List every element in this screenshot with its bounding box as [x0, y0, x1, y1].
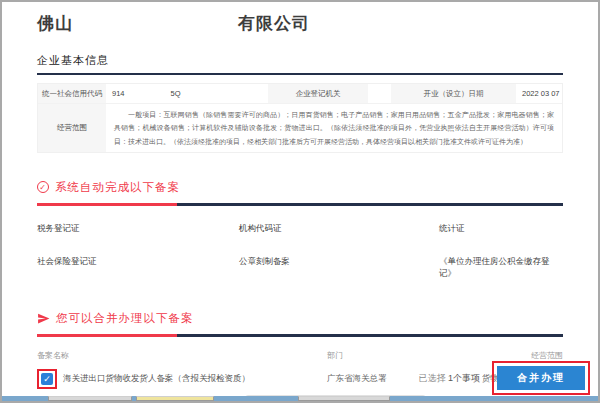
section-divider: [37, 73, 563, 75]
annotation-highlight-checkbox: [37, 369, 57, 389]
list-item: 《单位办理住房公积金缴存登记》: [439, 256, 563, 280]
registry-value: [368, 84, 391, 103]
auto-filings-title: 系统自动完成以下备案: [55, 180, 180, 195]
scrollbar-thumb[interactable]: [298, 396, 390, 401]
table-row: 经营范围 一般项目：互联网销售（除销售需要许可的商品）；日用百货销售；电子产品销…: [38, 104, 562, 152]
list-item: 机构代码证: [239, 223, 439, 235]
basic-info-section-title: 企业基本信息: [37, 53, 563, 68]
footer-bar: 已选择 1个事项 合并办理: [418, 361, 590, 395]
selected-count-text: 已选择 1个事项: [418, 372, 480, 385]
page-title: 佛山有限公司: [37, 12, 563, 36]
filing-name: 海关进出口货物收发货人备案（含报关报检资质）: [63, 373, 250, 385]
credit-code-value: 9145Q: [106, 84, 268, 103]
send-icon: [37, 312, 50, 325]
section-divider: [37, 203, 563, 206]
company-name-prefix: 佛山: [37, 14, 73, 33]
merge-filings-section-header: 您可以合并办理以下备案: [37, 311, 563, 326]
app-window: 佛山有限公司 企业基本信息 统一社会信用代码 9145Q 企业登记机关 开业（设…: [0, 0, 600, 403]
scrollbar-segment-highlight[interactable]: [136, 396, 214, 401]
scrollbar-thumb[interactable]: [48, 396, 132, 401]
credit-code-label: 统一社会信用代码: [38, 84, 106, 103]
list-item: 社会保险登记证: [37, 256, 239, 280]
company-name-suffix: 有限公司: [238, 14, 310, 33]
horizontal-scrollbar[interactable]: [2, 396, 598, 401]
auto-filings-list: 税务登记证 机构代码证 统计证 社会保险登记证 公章刻制备案 《单位办理住房公积…: [37, 223, 563, 280]
filing-name-cell: 海关进出口货物收发货人备案（含报关报检资质）: [37, 369, 327, 389]
column-header-name: 备案名称: [37, 350, 327, 361]
annotation-highlight-button: 合并办理: [492, 361, 590, 395]
column-header-scope: 经营范围: [482, 350, 563, 361]
merge-process-button[interactable]: 合并办理: [497, 366, 585, 390]
open-date-label: 开业（设立）日期: [391, 84, 516, 103]
list-item: 税务登记证: [37, 223, 239, 235]
business-scope-label: 经营范围: [38, 104, 106, 152]
check-circle-icon: [37, 181, 49, 193]
merge-table-header: 备案名称 部门 经营范围: [37, 350, 563, 361]
business-scope-value: 一般项目：互联网销售（除销售需要许可的商品）；日用百货销售；电子产品销售；家用日…: [106, 104, 562, 152]
list-item: 公章刻制备案: [239, 256, 439, 280]
column-header-department: 部门: [327, 350, 482, 361]
selected-count: 1个事项: [448, 373, 480, 383]
table-row: 统一社会信用代码 9145Q 企业登记机关 开业（设立）日期 2022 03 0…: [38, 84, 562, 104]
auto-filings-section-header: 系统自动完成以下备案: [37, 180, 563, 195]
section-divider: [37, 334, 563, 337]
list-item: 统计证: [439, 223, 563, 235]
registry-label: 企业登记机关: [268, 84, 368, 103]
open-date-value: 2022 03 07: [516, 84, 562, 103]
basic-info-table: 统一社会信用代码 9145Q 企业登记机关 开业（设立）日期 2022 03 0…: [37, 83, 563, 153]
merge-filings-title: 您可以合并办理以下备案: [56, 311, 194, 326]
filing-checkbox-checked-icon[interactable]: [41, 373, 53, 385]
